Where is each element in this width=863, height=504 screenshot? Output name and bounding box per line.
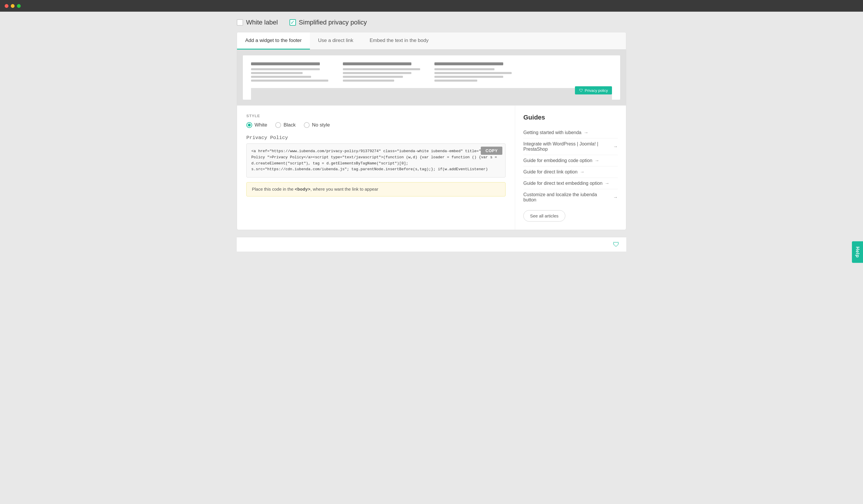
code-box-wrapper: COPY <a href="https://www.iubenda.com/pr…	[246, 143, 505, 177]
card-body: STYLE White Black No style	[237, 105, 626, 230]
arrow-icon: →	[595, 158, 599, 163]
title-bar	[0, 0, 863, 12]
preview-line	[251, 79, 328, 81]
preview-line	[251, 68, 320, 70]
preview-columns: 🛡 Privacy policy	[251, 62, 612, 83]
preview-line	[435, 79, 477, 81]
hint-text-before: Place this code in the	[252, 187, 295, 191]
check-icon: ✓	[290, 19, 295, 26]
guide-link-embedding-code[interactable]: Guide for embedding code option →	[523, 155, 618, 166]
code-box[interactable]: <a href="https://www.iubenda.com/privacy…	[247, 144, 505, 177]
hint-box: Place this code in the <body>, where you…	[246, 182, 505, 197]
arrow-icon: →	[580, 169, 585, 175]
white-label-checkbox[interactable]	[237, 19, 243, 26]
preview-line	[435, 72, 512, 74]
radio-no-style[interactable]	[304, 122, 310, 128]
main-content: White label ✓ Simplified privacy policy …	[227, 12, 636, 259]
guide-getting-started-label: Getting started with iubenda	[523, 130, 581, 135]
help-button[interactable]: Help	[852, 241, 863, 263]
copy-button[interactable]: COPY	[481, 147, 502, 155]
guide-link-customize[interactable]: Customize and localize the iubenda butto…	[523, 189, 618, 205]
iubenda-icon: 🛡	[613, 241, 619, 248]
hint-code-part: <body>	[295, 187, 311, 192]
preview-col-2	[343, 62, 429, 83]
style-label: STYLE	[246, 114, 505, 118]
tab-bar: Add a widget to the footer Use a direct …	[237, 33, 626, 50]
guides-title: Guides	[523, 114, 618, 121]
see-all-button[interactable]: See all articles	[523, 210, 565, 222]
minimize-dot[interactable]	[11, 4, 15, 8]
tab-footer[interactable]: Add a widget to the footer	[237, 33, 310, 50]
arrow-icon: →	[613, 195, 618, 200]
style-black-label: Black	[284, 122, 296, 128]
hint-text-after: , where you want the link to appear	[311, 187, 378, 191]
preview-col-4: 🛡 Privacy policy	[526, 62, 612, 83]
simplified-privacy-option[interactable]: ✓ Simplified privacy policy	[289, 18, 367, 26]
guide-wordpress-label: Integrate with WordPress | Joomla! | Pre…	[523, 141, 611, 152]
main-card: Add a widget to the footer Use a direct …	[237, 32, 626, 230]
preview-line	[251, 76, 311, 78]
arrow-icon: →	[584, 130, 588, 135]
style-white-label: White	[254, 122, 267, 128]
preview-line	[251, 72, 303, 74]
preview-line	[435, 68, 495, 70]
tab-direct-link[interactable]: Use a direct link	[310, 33, 362, 50]
preview-col-1	[251, 62, 337, 83]
left-panel: STYLE White Black No style	[237, 105, 515, 230]
style-option-black[interactable]: Black	[275, 122, 296, 128]
privacy-policy-badge: 🛡 Privacy policy	[575, 86, 612, 94]
style-radio-group: White Black No style	[246, 122, 505, 128]
preview-header-1	[251, 62, 320, 65]
style-no-style-label: No style	[312, 122, 330, 128]
arrow-icon: →	[605, 181, 609, 186]
top-options-row: White label ✓ Simplified privacy policy	[237, 18, 626, 26]
guide-direct-link-label: Guide for direct link option	[523, 169, 578, 175]
preview-header-3	[435, 62, 503, 65]
preview-area: 🛡 Privacy policy	[237, 50, 626, 105]
preview-line	[343, 68, 420, 70]
close-dot[interactable]	[5, 4, 9, 8]
bottom-bar: 🛡	[237, 237, 626, 252]
guide-link-getting-started[interactable]: Getting started with iubenda →	[523, 127, 618, 138]
preview-footer-bar	[251, 88, 612, 100]
guide-link-direct-text[interactable]: Guide for direct text embedding option →	[523, 178, 618, 189]
preview-header-2	[343, 62, 412, 65]
shield-icon: 🛡	[579, 88, 583, 93]
preview-website: 🛡 Privacy policy	[243, 55, 620, 100]
preview-line	[343, 76, 403, 78]
style-option-no-style[interactable]: No style	[304, 122, 330, 128]
guide-link-wordpress[interactable]: Integrate with WordPress | Joomla! | Pre…	[523, 138, 618, 155]
right-panel: Guides Getting started with iubenda → In…	[515, 105, 626, 230]
style-option-white[interactable]: White	[246, 122, 267, 128]
white-label-option[interactable]: White label	[237, 18, 278, 26]
preview-line	[435, 76, 503, 78]
maximize-dot[interactable]	[17, 4, 21, 8]
guide-direct-text-label: Guide for direct text embedding option	[523, 181, 602, 186]
guide-customize-label: Customize and localize the iubenda butto…	[523, 192, 611, 203]
guide-link-direct-link[interactable]: Guide for direct link option →	[523, 166, 618, 178]
radio-black[interactable]	[275, 122, 281, 128]
simplified-privacy-checkbox[interactable]: ✓	[289, 19, 296, 26]
arrow-icon: →	[613, 144, 618, 149]
preview-col-3	[435, 62, 521, 83]
white-label-text: White label	[246, 18, 278, 26]
code-label: Privacy Policy	[246, 135, 505, 140]
tab-embed-text[interactable]: Embed the text in the body	[362, 33, 437, 50]
simplified-privacy-text: Simplified privacy policy	[299, 18, 367, 26]
radio-white[interactable]	[246, 122, 252, 128]
guide-embedding-code-label: Guide for embedding code option	[523, 158, 592, 163]
preview-line	[343, 79, 395, 81]
preview-line	[343, 72, 412, 74]
